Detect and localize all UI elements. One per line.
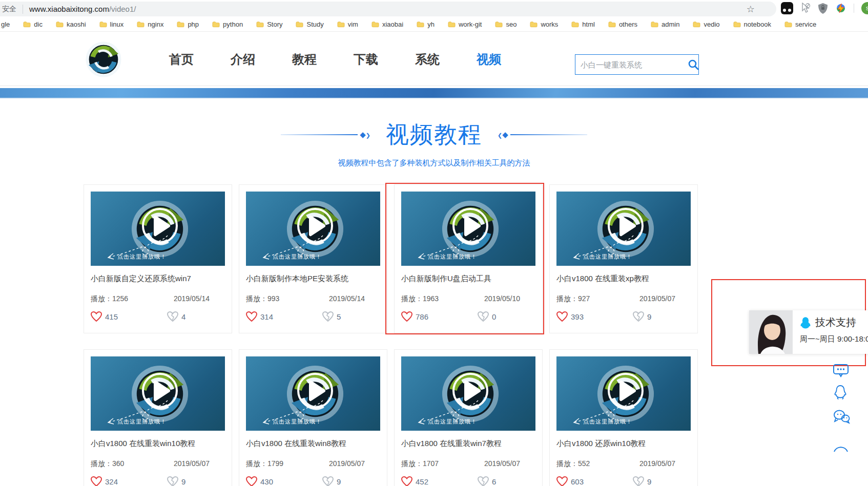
video-thumbnail[interactable]: 点击这里播放哦！ [401,356,535,431]
video-thumbnail[interactable]: 点击这里播放哦！ [246,192,380,266]
bookmark-item[interactable]: vedio [693,20,719,28]
bookmark-item[interactable]: works [530,20,558,28]
video-title[interactable]: 小白v1800 在线重装win10教程 [91,439,225,449]
dislike-heart-icon[interactable] [633,311,644,322]
bookmark-item[interactable]: xiaobai [371,20,403,28]
thumb-caption: 点击这里播放哦！ [583,253,632,261]
folder-icon [177,21,184,28]
partial-circle-icon[interactable] [833,445,849,454]
play-count: 播放：1256 [91,294,128,304]
video-card[interactable]: 点击这里播放哦！ 小白v1800 在线重装xp教程 播放：927 2019/05… [549,184,698,333]
like-heart-icon[interactable] [556,311,568,322]
like-heart-icon[interactable] [246,476,257,486]
dislike-heart-icon[interactable] [167,476,178,486]
like-heart-icon[interactable] [91,311,102,322]
like-count: 430 [260,477,273,486]
bookmark-item[interactable]: notebook [733,20,772,28]
bookmark-item[interactable]: admin [651,20,679,28]
bookmark-item[interactable]: python [212,20,243,28]
video-card[interactable]: 点击这里播放哦！ 小白新版制作本地PE安装系统 播放：993 2019/05/1… [239,184,387,333]
address-bar[interactable]: 安全 www.xiaobaixitong.com/video1/ ☆ [0,2,776,16]
qq-icon [800,316,811,329]
dislike-heart-icon[interactable] [322,476,334,486]
video-thumbnail[interactable]: 点击这里播放哦！ [246,356,380,431]
search-button[interactable] [688,55,699,74]
bookmark-item[interactable]: Study [296,20,323,28]
video-card[interactable]: 点击这里播放哦！ 小白v1800 在线重装win10教程 播放：360 2019… [84,349,232,486]
bookmark-item[interactable]: service [784,20,816,28]
bookmark-item[interactable]: linux [99,20,124,28]
video-card[interactable]: 点击这里播放哦！ 小白v1800 还原win10教程 播放：552 2019/0… [549,349,698,486]
bookmark-item[interactable]: kaoshi [56,20,86,28]
browser-profile-avatar[interactable]: s [861,2,868,14]
video-card[interactable]: 点击这里播放哦！ 小白v1800 在线重装win8教程 播放：1799 2019… [239,349,387,486]
video-thumbnail[interactable]: 点击这里播放哦！ [401,192,535,266]
folder-icon [651,21,658,28]
search-input[interactable] [575,60,688,69]
video-card[interactable]: 点击这里播放哦！ 小白v1800 在线重装win7教程 播放：1707 2019… [394,349,543,486]
video-card[interactable]: 点击这里播放哦！ 小白新版制作U盘启动工具 播放：1963 2019/05/10… [394,184,543,333]
bookmark-item[interactable]: gle [1,20,10,28]
bookmark-star-icon[interactable]: ☆ [747,4,755,15]
bookmark-item[interactable]: others [608,20,637,28]
chat-message-icon[interactable] [833,364,849,380]
bookmark-item[interactable]: work-git [448,20,482,28]
like-heart-icon[interactable] [91,476,102,486]
video-title[interactable]: 小白v1800 还原win10教程 [556,439,691,449]
video-thumbnail[interactable]: 点击这里播放哦！ [556,192,691,266]
video-thumbnail[interactable]: 点击这里播放哦！ [91,356,225,431]
video-date: 2019/05/07 [174,459,210,469]
video-title[interactable]: 小白新版制作U盘启动工具 [401,274,535,284]
cursor-extension-icon[interactable] [800,3,811,14]
extension-dark-icon[interactable] [781,2,793,14]
nav-download[interactable]: 下载 [354,51,378,68]
folder-icon [733,21,741,28]
like-heart-icon[interactable] [401,476,412,486]
video-card[interactable]: 点击这里播放哦！ 小白新版自定义还原系统win7 播放：1256 2019/05… [84,184,232,333]
support-schedule: 周一~周日 9:00-18:00 [800,334,868,344]
nav-video[interactable]: 视频 [477,51,501,68]
dislike-heart-icon[interactable] [633,476,644,486]
like-heart-icon[interactable] [246,311,257,322]
like-heart-icon[interactable] [556,476,568,486]
dislike-heart-icon[interactable] [167,311,178,322]
nav-home[interactable]: 首页 [169,51,194,68]
dislike-heart-icon[interactable] [322,311,334,322]
wechat-icon[interactable] [833,409,851,427]
bookmark-item[interactable]: Story [256,20,282,28]
nav-intro[interactable]: 介绍 [231,51,255,68]
site-logo-icon[interactable] [85,40,122,78]
lightning-extension-icon[interactable] [835,3,846,14]
bookmark-item[interactable]: html [571,20,595,28]
like-heart-icon[interactable] [401,311,412,322]
qq-contact-icon[interactable] [833,385,848,403]
video-date: 2019/05/10 [484,294,520,304]
bookmark-item[interactable]: dic [23,20,43,28]
bookmark-item[interactable]: seo [495,20,516,28]
video-title[interactable]: 小白v1800 在线重装xp教程 [556,274,691,284]
support-widget[interactable]: 技术支持 周一~周日 9:00-18:00 [749,310,868,354]
page-url[interactable]: www.xiaobaixitong.com/video1/ [29,5,136,13]
video-title[interactable]: 小白v1800 在线重装win7教程 [401,439,535,449]
dislike-heart-icon[interactable] [478,311,489,322]
nav-system[interactable]: 系统 [415,51,440,68]
video-title[interactable]: 小白新版制作本地PE安装系统 [246,274,380,284]
shield-extension-icon[interactable] [818,3,828,14]
bookmark-item[interactable]: vim [337,20,358,28]
nav-tutorial[interactable]: 教程 [292,51,317,68]
dislike-heart-icon[interactable] [478,476,489,486]
video-thumbnail[interactable]: 点击这里播放哦！ [91,192,225,266]
folder-icon [371,21,379,28]
security-label[interactable]: 安全 [2,5,16,14]
thumb-caption: 点击这里播放哦！ [273,253,322,261]
video-thumbnail[interactable]: 点击这里播放哦！ [556,356,691,431]
bookmark-label: vedio [704,20,719,28]
bookmark-item[interactable]: php [177,20,199,28]
bookmark-label: vim [348,20,358,28]
bookmark-item[interactable]: yh [417,20,435,28]
bookmark-item[interactable]: nginx [137,20,163,28]
bookmark-label: notebook [744,20,772,28]
thumb-caption: 点击这里播放哦！ [428,253,477,261]
video-title[interactable]: 小白新版自定义还原系统win7 [91,274,225,284]
video-title[interactable]: 小白v1800 在线重装win8教程 [246,439,380,449]
